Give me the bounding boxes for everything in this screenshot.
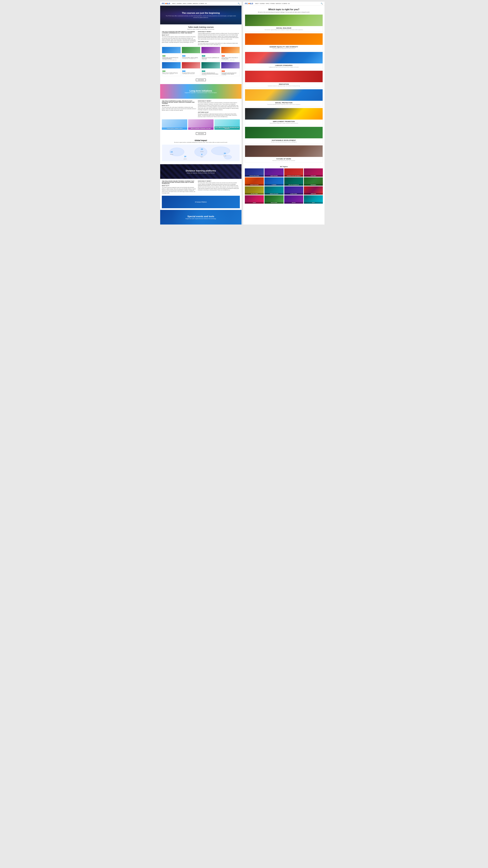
nav-courses[interactable]: COURSES [176,3,182,4]
view-more-button[interactable]: VIEW MORE [196,79,206,81]
distance-sub: Access the materials. Discuss the topics… [186,172,216,174]
search-icon[interactable]: 🔍 [238,3,240,5]
left-logo[interactable]: ITC ILO [162,2,170,5]
svg-text:6: 6 [201,153,202,155]
nav-topics[interactable]: TOPICS [183,3,187,4]
hero-subtitle: The ITCILO also offers customized curric… [164,15,237,18]
topic-thumb-label-0: ARTIFICIAL INTELLIGENCE [245,175,264,177]
topic-title-gender: GENDER EQUALITY AND DIVERSITY [246,46,321,48]
right-nav-topics[interactable]: TOPICS [265,3,269,4]
course-card-2[interactable]: OPEN Industrial and labour relations sta… [182,47,201,61]
topic-card-gender[interactable]: GENDER EQUALITY AND DIVERSITY Equal oppo… [245,33,323,51]
nav-services[interactable]: SERVICES [193,3,198,4]
badge-3: OPEN [202,55,205,57]
badge-8: OPEN [222,70,225,72]
topic-card-labour[interactable]: LABOUR STANDARDS Legally-grounded rights… [245,52,323,69]
right-nav-about[interactable]: ABOUT [255,3,259,4]
logo-suffix: ILO [167,2,170,5]
topic-img-inner-sustainable [245,127,323,138]
topic-card-social-dialogue[interactable]: SOCIAL DIALOGUE Demand-driven capacity b… [245,14,323,32]
topic-img-labour [245,52,323,63]
course-card-4[interactable]: OPEN Labour relations policies and pract… [221,47,240,61]
course-card-3[interactable]: OPEN Multinational enterprises, globalis… [201,47,220,61]
distance-what-text: The Centre's learning management system … [162,187,196,194]
project-label-2: BRICS COUNTRIES STRONGER TOGETHER [188,127,214,130]
topic-thumb-5[interactable]: E-LEARNING [264,177,284,186]
course-img-4 [221,47,240,53]
course-card-8[interactable]: OPEN Fostering the social and profession… [221,62,240,76]
topic-title-social-dialogue: SOCIAL DIALOGUE [246,27,321,29]
topic-thumb-0[interactable]: ARTIFICIAL INTELLIGENCE [245,168,264,177]
topic-thumb-6[interactable]: EMPLOYER ORGANISATIONS [284,177,303,186]
topic-card-future-work[interactable]: FUTURE OF WORK New business models suppo… [245,145,323,163]
topic-thumb-8[interactable]: TAX DEVELOPMENT [245,186,264,195]
nav-un[interactable]: UN [205,3,206,4]
project-card-brics[interactable]: BRICS COUNTRIES STRONGER TOGETHER [188,119,214,130]
topic-thumb-7[interactable]: ENVIRONMENT [304,177,323,186]
project-card-young[interactable]: YOUNG PEOPLE THINKING AHEAD [162,119,187,130]
svg-text:regions: regions [200,156,203,157]
card-title-5: Master of Laws in Intellectual Property [162,72,181,74]
topic-card-sustainable[interactable]: SUSTAINABLE DEVELOPMENT Economic, social… [245,127,323,144]
topic-thumb-10[interactable]: FUTURE OF WORK [284,186,303,195]
card-title-2: Industrial and labour relations statisti… [182,57,200,58]
course-card-6[interactable]: OPEN Occupational Safety and Health 5 SE… [182,62,201,76]
course-img-7 [201,62,220,68]
topic-thumb-label-15: WATER [304,202,323,204]
topic-thumb-4[interactable]: DISABILITY INCLUSION [245,177,264,186]
topic-thumb-11[interactable]: GAMIFICATION [304,186,323,195]
nav-stories[interactable]: STORIES [187,3,192,4]
topic-thumb-14[interactable]: HERITAGE [284,195,303,204]
course-card-5[interactable]: NEW Master of Laws in Intellectual Prope… [162,62,181,76]
right-search-icon[interactable]: 🔍 [321,3,323,5]
topic-thumb-9[interactable]: FINANCIAL EDUCATION [264,186,284,195]
topic-body-social-protection: SOCIAL PROTECTION Poverty and vulnerabil… [245,101,323,106]
right-logo[interactable]: ITC ILO [245,2,253,5]
topic-thumb-2[interactable]: CORPORATE SOCIAL RESPONSIBILITY [284,168,303,177]
course-card-1[interactable]: NEW World Heritage and Cultural Projects… [162,47,181,61]
course-card-7[interactable]: OPEN Prevention audit and systems for pr… [201,62,220,76]
topic-card-social-protection[interactable]: SOCIAL PROTECTION Poverty and vulnerabil… [245,89,323,106]
course-img-1 [162,47,181,53]
topic-thumb-15[interactable]: WATER [304,195,323,204]
right-nav-services[interactable]: SERVICES [276,3,281,4]
topic-desc-sustainable: Economic, social, and environmental grow… [246,142,321,143]
card-date-1: 15 OCTOBER 2022 - 15 NOVEMBER 2022 [162,60,181,61]
topic-img-social-dialogue [245,14,323,26]
topic-card-employment[interactable]: EMPLOYMENT PROMOTION Policy instruments,… [245,108,323,125]
topic-img-innovation [245,71,323,82]
project-card-skills[interactable]: SKILLS MEAN STRENGTH FOR UKRAINIAN RETUR… [215,119,240,130]
right-logo-dot [249,3,250,4]
global-view-more-button[interactable]: VIEW MORE [196,132,206,135]
topic-thumb-label-9: FINANCIAL EDUCATION [264,193,284,195]
right-nav-ecampus[interactable]: E-CAMPUS [282,3,287,4]
nav-ecampus[interactable]: E-CAMPUS [199,3,204,4]
card-date-8: 11 JULY 2023 [221,75,240,76]
world-map-svg: 23 countries 23 countries 6 regions 28 p… [162,145,240,161]
distance-left-heading: THE ITCILO RUNS ONLINE TRAINING COURSES … [162,181,196,184]
card-date-3: 17 JULY 2023 [201,60,220,61]
topic-thumb-1[interactable]: CAPACITY BUILDING [264,168,284,177]
svg-text:23: 23 [201,148,203,150]
nav-about[interactable]: ABOUT [172,3,176,4]
distance-hero: Distance learning platforms Access the m… [160,164,241,179]
topic-thumb-3[interactable]: SOCIAL MEDIA [304,168,323,177]
logo-dot [165,3,167,4]
topic-thumb-13[interactable]: GREEN ECONOMY [264,195,284,204]
longterm-sub: Support the approach. Customize the proj… [185,92,217,93]
anything-heading: ANYTHING ELSE? [198,41,240,42]
distance-col-right: HOW DOES IT WORK? The centre shares onli… [198,181,240,194]
global-col-right: HOW DOES IT WORK? The Centre provides ad… [198,100,240,118]
right-nav-stories[interactable]: STORIES [270,3,275,4]
right-nav-un[interactable]: UN [288,3,289,4]
right-nav-courses[interactable]: COURSES [260,3,265,4]
topic-thumb-label-12: GENDER [245,202,264,204]
topic-thumb-12[interactable]: GENDER [245,195,264,204]
topic-img-future-work [245,146,323,157]
topic-title-employment: EMPLOYMENT PROMOTION [246,121,321,122]
card-title-1: World Heritage and Cultural Projects for… [162,57,181,59]
view-more-wrap: VIEW MORE [162,78,240,81]
right-hero-title: Which topic is right for you? [243,6,325,11]
topic-card-innovation[interactable]: INNOVATION Institutional commitment, org… [245,70,323,88]
distance-col-left: THE ITCILO RUNS ONLINE TRAINING COURSES … [162,181,196,194]
